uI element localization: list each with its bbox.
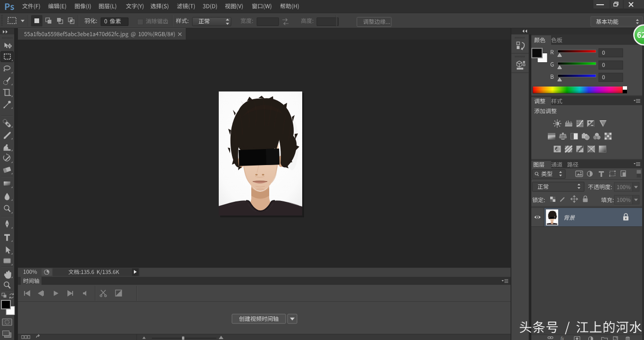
- svg-text:fx: fx: [561, 336, 564, 340]
